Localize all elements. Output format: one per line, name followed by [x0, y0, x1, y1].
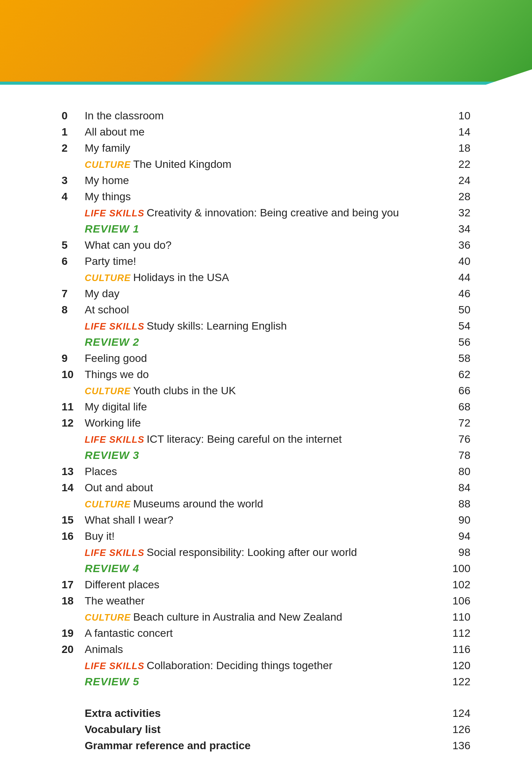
toc-page: 112	[440, 625, 470, 641]
review-badge: REVIEW 5	[85, 676, 139, 688]
culture-badge: CULTURE	[85, 612, 131, 623]
toc-page: 94	[440, 528, 470, 544]
toc-label: My family	[85, 140, 440, 156]
toc-num-empty	[62, 334, 85, 350]
toc-label: Places	[85, 464, 440, 480]
toc-page: 54	[440, 318, 470, 334]
toc-review-entry: REVIEW 4	[85, 561, 440, 577]
lifeskills-badge: LIFE SKILLS	[85, 434, 144, 445]
toc-num: 20	[62, 641, 85, 658]
toc-page: 90	[440, 512, 470, 528]
culture-badge: CULTURE	[85, 159, 131, 170]
toc-page: 122	[440, 674, 470, 690]
review-badge: REVIEW 1	[85, 223, 139, 235]
toc-num: 4	[62, 189, 85, 205]
toc-num: 14	[62, 480, 85, 496]
toc-page: 24	[440, 172, 470, 189]
toc-page: 18	[440, 140, 470, 156]
toc-page: 102	[440, 577, 470, 593]
toc-label: Out and about	[85, 480, 440, 496]
toc-culture-entry: CULTUREMuseums around the world	[85, 496, 440, 512]
toc-lifeskills-entry: LIFE SKILLSCreativity & innovation: Bein…	[85, 205, 440, 221]
toc-label: Buy it!	[85, 528, 440, 544]
lifeskills-badge: LIFE SKILLS	[85, 661, 144, 671]
toc-num: 17	[62, 577, 85, 593]
toc-num-empty	[62, 221, 85, 237]
toc-extra-label: Extra activities	[85, 705, 440, 721]
toc-extra-empty	[62, 705, 85, 721]
toc-page: 66	[440, 383, 470, 399]
lifeskills-badge: LIFE SKILLS	[85, 208, 144, 218]
toc-page: 44	[440, 270, 470, 286]
toc-num-empty	[62, 383, 85, 399]
toc-page: 58	[440, 350, 470, 367]
toc-num-empty	[62, 674, 85, 690]
toc-page: 84	[440, 480, 470, 496]
toc-label: Things we do	[85, 367, 440, 383]
culture-badge: CULTURE	[85, 386, 131, 396]
toc-review-entry: REVIEW 3	[85, 447, 440, 464]
toc-review-entry: REVIEW 5	[85, 674, 440, 690]
toc-page: 80	[440, 464, 470, 480]
review-badge: REVIEW 2	[85, 336, 139, 348]
toc-label: All about me	[85, 124, 440, 140]
toc-num: 15	[62, 512, 85, 528]
toc-num: 11	[62, 399, 85, 415]
toc-label: What can you do?	[85, 237, 440, 253]
toc-page: 62	[440, 367, 470, 383]
teal-bar	[0, 82, 532, 85]
page-header	[0, 0, 532, 85]
toc-page: 120	[440, 658, 470, 674]
culture-badge: CULTURE	[85, 273, 131, 283]
toc-page: 72	[440, 415, 470, 431]
toc-label: What shall I wear?	[85, 512, 440, 528]
toc-table: 0 In the classroom 10 1 All about me 14 …	[62, 108, 470, 754]
toc-num: 3	[62, 172, 85, 189]
toc-review-entry: REVIEW 1	[85, 221, 440, 237]
toc-page: 68	[440, 399, 470, 415]
toc-page: 50	[440, 302, 470, 318]
toc-extra-empty	[62, 738, 85, 754]
toc-label: Animals	[85, 641, 440, 658]
toc-page: 98	[440, 544, 470, 561]
toc-culture-entry: CULTUREThe United Kingdom	[85, 156, 440, 172]
toc-label: Different places	[85, 577, 440, 593]
toc-label: Party time!	[85, 253, 440, 270]
toc-label: Working life	[85, 415, 440, 431]
toc-page: 46	[440, 286, 470, 302]
toc-num-empty	[62, 561, 85, 577]
toc-extra-page: 124	[440, 705, 470, 721]
toc-num-empty	[62, 205, 85, 221]
toc-page: 116	[440, 641, 470, 658]
toc-page: 14	[440, 124, 470, 140]
toc-label: Feeling good	[85, 350, 440, 367]
toc-num: 7	[62, 286, 85, 302]
toc-lifeskills-entry: LIFE SKILLSSocial responsibility: Lookin…	[85, 544, 440, 561]
toc-page: 34	[440, 221, 470, 237]
toc-label: At school	[85, 302, 440, 318]
lifeskills-badge: LIFE SKILLS	[85, 321, 144, 331]
toc-page: 36	[440, 237, 470, 253]
toc-page: 22	[440, 156, 470, 172]
toc-num: 6	[62, 253, 85, 270]
review-badge: REVIEW 3	[85, 449, 139, 461]
toc-num-empty	[62, 270, 85, 286]
toc-label: My day	[85, 286, 440, 302]
toc-label: My digital life	[85, 399, 440, 415]
toc-page: 28	[440, 189, 470, 205]
lifeskills-badge: LIFE SKILLS	[85, 547, 144, 558]
toc-page: 10	[440, 108, 470, 124]
toc-lifeskills-entry: LIFE SKILLSCollaboration: Deciding thing…	[85, 658, 440, 674]
toc-num: 0	[62, 108, 85, 124]
toc-num: 19	[62, 625, 85, 641]
toc-page: 100	[440, 561, 470, 577]
toc-num-empty	[62, 658, 85, 674]
toc-num: 13	[62, 464, 85, 480]
toc-num-empty	[62, 431, 85, 447]
toc-num-empty	[62, 609, 85, 625]
toc-num: 5	[62, 237, 85, 253]
toc-page: 88	[440, 496, 470, 512]
toc-num: 1	[62, 124, 85, 140]
toc-num: 18	[62, 593, 85, 609]
toc-extra-page: 136	[440, 738, 470, 754]
